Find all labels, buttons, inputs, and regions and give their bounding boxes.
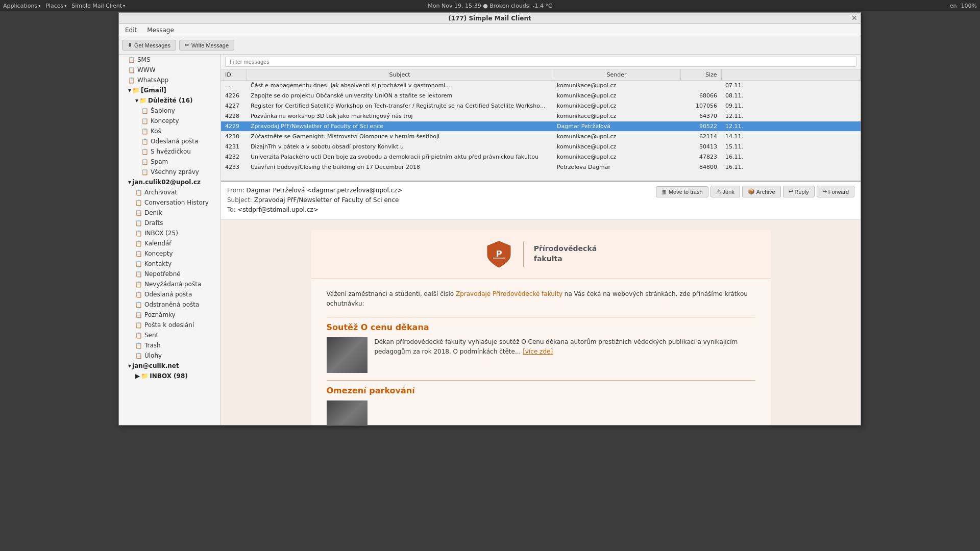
places-arrow: ▾	[64, 4, 66, 8]
app-name-menu[interactable]: Simple Mail Client ▾	[71, 3, 125, 9]
system-bar: Applications ▾ Places ▾ Simple Mail Clie…	[0, 0, 980, 11]
app-name-arrow: ▾	[123, 4, 125, 8]
lang[interactable]: en	[950, 3, 957, 9]
places-menu[interactable]: Places ▾	[45, 3, 66, 9]
applications-label: Applications	[3, 3, 37, 9]
app-name-label: Simple Mail Client	[71, 3, 122, 9]
battery: 100%	[961, 3, 977, 9]
applications-menu[interactable]: Applications ▾	[3, 3, 40, 9]
system-bar-right: en 100%	[950, 3, 977, 9]
weather: Broken clouds, -1.4 °C	[489, 3, 552, 9]
system-bar-left: Applications ▾ Places ▾ Simple Mail Clie…	[3, 3, 125, 9]
system-bar-center: Mon Nov 19, 15:39 ● Broken clouds, -1.4 …	[428, 3, 552, 9]
places-label: Places	[45, 3, 63, 9]
datetime: Mon Nov 19, 15:39	[428, 3, 481, 9]
applications-arrow: ▾	[38, 4, 40, 8]
status-dot: ●	[483, 3, 489, 9]
